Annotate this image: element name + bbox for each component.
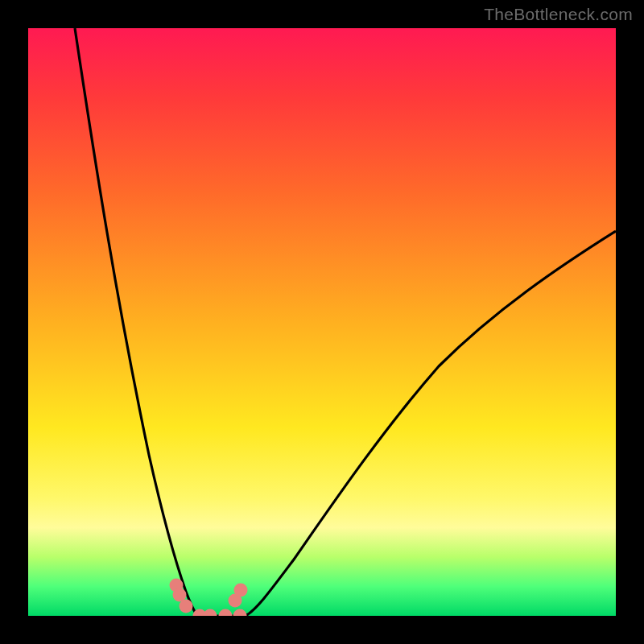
curve-left-branch	[75, 28, 197, 616]
marker-dot	[234, 584, 248, 597]
curve-right-branch	[246, 231, 616, 616]
marker-dot	[233, 609, 247, 617]
marker-dot	[204, 609, 217, 617]
watermark-text: TheBottleneck.com	[484, 5, 633, 24]
chart-svg	[28, 28, 616, 616]
marker-dot	[180, 600, 193, 613]
marker-group	[170, 579, 248, 617]
chart-frame: TheBottleneck.com	[0, 0, 644, 644]
chart-plot-area	[28, 28, 616, 616]
marker-dot	[219, 609, 233, 617]
